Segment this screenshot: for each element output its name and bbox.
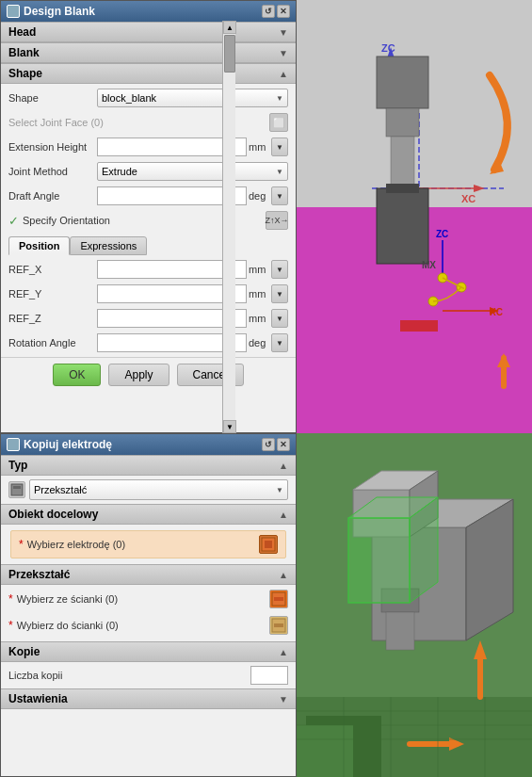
- head-section-label: Head: [8, 25, 36, 39]
- design-blank-dialog: Design Blank ↺ ✕ Head ▼ Blank ▼: [0, 0, 297, 433]
- kopiuj-titlebar-left: Kopiuj elektrodę: [7, 438, 112, 451]
- extension-height-unit: mm: [249, 141, 269, 153]
- typ-combo[interactable]: Przekształć ▼: [29, 479, 288, 500]
- reset-button[interactable]: ↺: [262, 5, 275, 18]
- kopie-section-header[interactable]: Kopie ▲: [1, 641, 296, 662]
- bottom-viewport-svg: [297, 433, 532, 777]
- dialog-body: Head ▼ Blank ▼ Shape ▲ Shape: [1, 22, 296, 432]
- kopiuj-reset-button[interactable]: ↺: [262, 438, 275, 451]
- obiekt-arrow-icon: ▲: [279, 510, 288, 520]
- obiekt-section-header[interactable]: Obiekt docelowy ▲: [1, 504, 296, 525]
- shape-section-label: Shape: [8, 67, 42, 80]
- kopiuj-close-button[interactable]: ✕: [277, 438, 290, 451]
- dialog-scrollbar[interactable]: ▲ ▼: [222, 22, 235, 432]
- shape-combo[interactable]: block_blank ▼: [97, 89, 288, 107]
- obiekt-content: * Wybierz elektrodę (0): [1, 525, 296, 564]
- tab-position[interactable]: Position: [8, 236, 70, 255]
- draft-angle-row: Draft Angle 0 deg ▼: [8, 186, 288, 206]
- svg-rect-9: [377, 57, 428, 108]
- svg-rect-48: [348, 518, 410, 603]
- extension-height-spinner[interactable]: ▼: [271, 138, 288, 156]
- obiekt-select-icon[interactable]: [259, 535, 278, 554]
- select-joint-row: Select Joint Face (0) ⬜: [8, 112, 288, 133]
- select-joint-icon[interactable]: ⬜: [269, 113, 288, 132]
- kopie-row: Liczba kopii 1: [8, 666, 288, 685]
- blank-section-label: Blank: [8, 46, 40, 59]
- svg-rect-10: [386, 108, 419, 137]
- joint-method-combo[interactable]: Extrude ▼: [97, 162, 288, 181]
- svg-rect-31: [265, 541, 272, 548]
- svg-rect-29: [13, 486, 21, 489]
- joint-method-label: Joint Method: [8, 166, 93, 177]
- dialog-footer: OK Apply Cancel: [1, 357, 296, 392]
- typ-combo-value: Przekształć: [34, 484, 87, 495]
- ref-z-spinner[interactable]: ▼: [271, 309, 288, 328]
- ref-x-unit: mm: [249, 264, 269, 275]
- ustawienia-section-label: Ustawienia: [8, 692, 68, 705]
- joint-method-value: Extrude: [102, 166, 137, 177]
- ref-z-label: REF_Z: [8, 313, 93, 324]
- obiekt-section-label: Obiekt docelowy: [8, 508, 98, 521]
- extension-height-label: Extension Height: [8, 141, 93, 153]
- tab-expressions[interactable]: Expressions: [70, 236, 147, 255]
- przeksztalt2-icon[interactable]: [269, 616, 288, 635]
- rotation-angle-label: Rotation Angle: [8, 337, 93, 348]
- kopie-section-label: Kopie: [8, 645, 40, 658]
- top-3d-viewport: ZC XC: [297, 0, 532, 433]
- blank-arrow-icon: ▼: [279, 48, 288, 58]
- svg-rect-27: [400, 320, 438, 332]
- przeksztalt-content: * Wybierz ze ścianki (0) * Wybierz do śc…: [1, 585, 296, 641]
- head-section-header[interactable]: Head ▼: [1, 22, 296, 42]
- shape-row: Shape block_blank ▼: [8, 88, 288, 108]
- typ-section-label: Typ: [8, 459, 27, 472]
- typ-combo-row: Przekształć ▼: [1, 476, 296, 504]
- ref-y-label: REF_Y: [8, 288, 93, 299]
- kopie-content: Liczba kopii 1: [1, 662, 296, 688]
- typ-icon: [8, 481, 25, 498]
- przeksztalt1-icon[interactable]: [269, 590, 288, 608]
- svg-text:MX: MX: [422, 260, 436, 270]
- specify-orientation-row: ✓ Specify Orientation Z↑X→: [8, 210, 288, 231]
- scroll-down-btn[interactable]: ▼: [223, 420, 236, 432]
- draft-angle-label: Draft Angle: [8, 190, 93, 202]
- top-viewport-svg: ZC XC: [297, 0, 532, 433]
- joint-method-arrow-icon: ▼: [276, 168, 283, 176]
- ref-y-spinner[interactable]: ▼: [271, 284, 288, 303]
- svg-text:ZC: ZC: [436, 229, 448, 239]
- shape-collapse-icon: ▲: [279, 69, 288, 79]
- przeksztalt-section-header[interactable]: Przekształć ▲: [1, 564, 296, 585]
- svg-rect-28: [11, 484, 23, 495]
- draft-angle-spinner[interactable]: ▼: [271, 186, 288, 205]
- ustawienia-section-header[interactable]: Ustawienia ▼: [1, 688, 296, 709]
- typ-section-header[interactable]: Typ ▲: [1, 455, 296, 476]
- svg-rect-35: [274, 623, 283, 627]
- shape-combo-arrow-icon: ▼: [276, 94, 283, 103]
- shape-field-label: Shape: [8, 92, 93, 104]
- apply-button[interactable]: Apply: [108, 364, 169, 386]
- scroll-thumb[interactable]: [224, 35, 235, 73]
- ref-x-spinner[interactable]: ▼: [271, 260, 288, 279]
- liczba-kopii-input[interactable]: 1: [250, 666, 288, 685]
- przeksztalt-row-2: * Wybierz do ścianki (0): [5, 613, 292, 638]
- close-button[interactable]: ✕: [277, 5, 290, 18]
- scroll-track: [223, 34, 235, 420]
- ref-z-unit: mm: [249, 313, 269, 324]
- svg-text:ZC: ZC: [381, 42, 395, 54]
- ok-button[interactable]: OK: [53, 364, 101, 386]
- kopiuj-dialog: Kopiuj elektrodę ↺ ✕ Typ ▲: [0, 433, 297, 777]
- ref-y-row: REF_Y -18.998 mm ▼: [8, 283, 288, 304]
- orientation-axes-icon[interactable]: Z↑X→: [266, 211, 288, 230]
- przeksztalt-row1-label: Wybierz ze ścianki (0): [17, 593, 266, 605]
- svg-rect-47: [386, 612, 414, 650]
- obiekt-label: Wybierz elektrodę (0): [27, 539, 255, 550]
- blank-section-header[interactable]: Blank ▼: [1, 42, 296, 63]
- shape-section-header[interactable]: Shape ▲: [1, 63, 296, 84]
- shape-content: Shape block_blank ▼ Select Joint Face (0…: [1, 84, 296, 357]
- przeksztalt1-asterisk-icon: *: [8, 592, 13, 606]
- extension-height-row: Extension Height 5 mm ▼: [8, 137, 288, 157]
- head-arrow-icon: ▼: [279, 27, 288, 38]
- rotation-angle-spinner[interactable]: ▼: [271, 333, 288, 352]
- joint-method-row: Joint Method Extrude ▼: [8, 161, 288, 182]
- kopiuj-titlebar-buttons: ↺ ✕: [262, 438, 290, 451]
- scroll-up-btn[interactable]: ▲: [223, 22, 236, 34]
